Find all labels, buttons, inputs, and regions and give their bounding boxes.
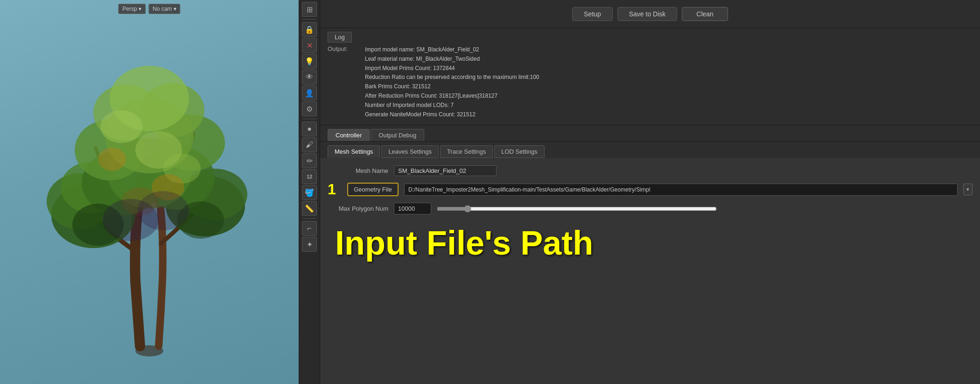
x-icon[interactable]: ✕	[302, 38, 317, 53]
max-polygon-label: Max Polygon Num	[328, 205, 388, 212]
mesh-name-row: Mesh Name SM_BlackAlder_Field_02	[328, 165, 973, 176]
num12-icon[interactable]: 12	[302, 169, 317, 184]
polygon-num-row: Max Polygon Num	[328, 203, 973, 214]
log-line-1: Import model name: SM_BlackAlder_Field_0…	[365, 45, 539, 55]
lock-icon[interactable]: 🔒	[302, 22, 317, 37]
log-line-2: Leaf material name: MI_BlackAlder_TwoSid…	[365, 55, 539, 64]
log-section: Log Output: Import model name: SM_BlackA…	[320, 28, 980, 125]
eye-icon[interactable]: 👁	[302, 70, 317, 85]
geometry-file-button[interactable]: Geometry File	[347, 183, 399, 196]
log-line-6: After Reduction Prims Count: 318127[Leav…	[365, 92, 539, 101]
sub-tabs: Mesh Settings Leaves Settings Trace Sett…	[320, 142, 980, 158]
geometry-file-row: 1 Geometry File ▾	[328, 181, 973, 198]
mesh-name-label: Mesh Name	[328, 167, 388, 174]
corner-icon[interactable]: ⌐	[302, 221, 317, 236]
tab-leaves-settings[interactable]: Leaves Settings	[381, 145, 439, 158]
svg-point-21	[98, 148, 126, 171]
toolbar-strip: ⊞ 🔒 ✕ 💡 👁 👤 ⚙ ● 🖌 ✏ 12 🪣 📏 ⌐ ✦	[299, 0, 320, 384]
log-line-4: Reduction Ratio can be preserved accordi…	[365, 73, 539, 82]
controller-section: Controller Output Debug Mesh Settings Le…	[320, 125, 980, 384]
tree-image	[19, 10, 280, 374]
controller-tabs: Controller Output Debug	[320, 125, 980, 142]
max-polygon-input[interactable]	[394, 203, 431, 214]
max-polygon-slider[interactable]	[437, 205, 717, 213]
geometry-browse-button[interactable]: ▾	[963, 184, 973, 195]
pencil-icon[interactable]: ✏	[302, 153, 317, 168]
measure-icon[interactable]: 📏	[302, 201, 317, 216]
tree-viewport	[0, 0, 299, 384]
mesh-name-value: SM_BlackAlder_Field_02	[394, 165, 497, 176]
setup-button[interactable]: Setup	[572, 7, 613, 21]
log-content: Output: Import model name: SM_BlackAlder…	[328, 45, 973, 119]
tab-controller[interactable]: Controller	[328, 129, 370, 141]
tab-mesh-settings[interactable]: Mesh Settings	[328, 145, 380, 158]
log-line-5: Bark Prims Count: 321512	[365, 82, 539, 92]
separator-2	[302, 119, 316, 119]
save-to-disk-button[interactable]: Save to Disk	[617, 7, 678, 21]
log-line-8: Generate NaniteModel Prims Count: 321512	[365, 110, 539, 120]
paint-bucket-icon[interactable]: 🪣	[302, 185, 317, 200]
log-tab[interactable]: Log	[328, 32, 352, 43]
settings-content: Mesh Name SM_BlackAlder_Field_02 1 Geome…	[320, 158, 980, 384]
separator-1	[302, 19, 316, 20]
tab-output-debug[interactable]: Output Debug	[371, 129, 424, 141]
separator-3	[302, 218, 316, 219]
brush-icon[interactable]: 🖌	[302, 137, 317, 152]
persp-button[interactable]: Persp ▾	[118, 4, 146, 14]
layers-icon[interactable]: ⊞	[302, 2, 317, 17]
svg-point-24	[138, 191, 189, 230]
log-line-7: Number of Imported model LODs: 7	[365, 101, 539, 110]
clean-button[interactable]: Clean	[682, 7, 728, 21]
circle-icon[interactable]: ●	[302, 121, 317, 136]
tab-trace-settings[interactable]: Trace Settings	[440, 145, 493, 158]
viewport: Persp ▾ No cam ▾	[0, 0, 299, 384]
tab-lod-settings[interactable]: LOD Settings	[494, 145, 544, 158]
person-icon[interactable]: 👤	[302, 85, 317, 100]
cam-button[interactable]: No cam ▾	[148, 4, 181, 14]
output-label: Output:	[328, 45, 356, 119]
viewport-controls: Persp ▾ No cam ▾	[118, 4, 180, 14]
right-panel: Setup Save to Disk Clean Log Output: Imp…	[320, 0, 980, 384]
geometry-file-path-input[interactable]	[404, 184, 958, 196]
gear-icon[interactable]: ⚙	[302, 101, 317, 116]
svg-point-16	[100, 110, 142, 143]
step-number: 1	[328, 181, 342, 198]
light-icon[interactable]: 💡	[302, 54, 317, 69]
log-line-3: Import Model Prims Count: 1372844	[365, 64, 539, 73]
node-icon[interactable]: ✦	[302, 237, 317, 252]
action-bar: Setup Save to Disk Clean	[320, 0, 980, 28]
log-lines: Import model name: SM_BlackAlder_Field_0…	[365, 45, 539, 119]
num-label: 12	[307, 174, 312, 179]
annotation-text: Input File's Path	[328, 224, 973, 262]
